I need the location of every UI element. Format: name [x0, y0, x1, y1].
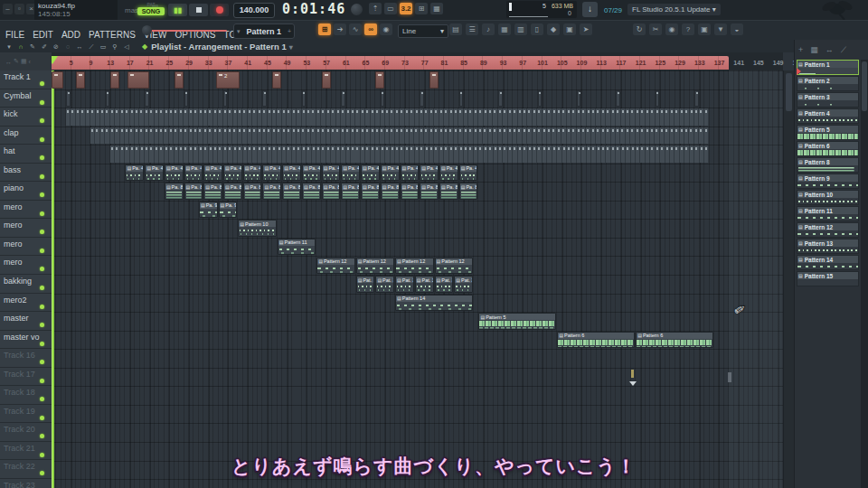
- touch-mode-icon[interactable]: ⇡: [369, 3, 382, 14]
- pattern-menu-icon[interactable]: ▤: [798, 175, 803, 181]
- minimize-button[interactable]: –: [3, 4, 13, 14]
- clip-menu-icon[interactable]: ▤: [264, 184, 269, 190]
- picker-pattern-pattern-5[interactable]: ▤Pattern 5: [797, 125, 859, 140]
- picker-scrollbar[interactable]: [861, 60, 868, 488]
- picker-pattern-pattern-11[interactable]: ▤Pattern 11: [797, 206, 859, 221]
- pattern-cell-clip[interactable]: [656, 90, 659, 108]
- playback-tool-icon[interactable]: ◁: [121, 42, 132, 52]
- pattern-clip[interactable]: ▤Pa. 8: [381, 183, 400, 200]
- pattern-clip[interactable]: ▤Pattern 12: [435, 258, 473, 275]
- clip-menu-icon[interactable]: ▤: [397, 296, 401, 301]
- cut-icon[interactable]: ✂: [649, 23, 662, 35]
- pattern-clip[interactable]: ▤Pattern 11: [278, 239, 316, 256]
- clip-menu-icon[interactable]: ▤: [637, 333, 642, 338]
- audio-clip[interactable]: [375, 71, 384, 89]
- picker-pattern-pattern-1[interactable]: ▤Pattern 1: [797, 60, 859, 75]
- timeline-ruler[interactable]: 5913172125293337414549535761656973778185…: [0, 52, 783, 70]
- track-row-17[interactable]: Track 17: [0, 368, 52, 387]
- master-pitch-slider[interactable]: [142, 28, 227, 33]
- clip-menu-icon[interactable]: ▤: [421, 165, 426, 171]
- clip-menu-icon[interactable]: ▤: [146, 165, 151, 171]
- pattern-clip[interactable]: ▤Pattern 12: [316, 258, 354, 275]
- add-pattern[interactable]: +: [798, 45, 803, 54]
- pattern-clip[interactable]: ▤Pa. 4: [341, 164, 360, 182]
- track-mute-led[interactable]: [40, 230, 44, 234]
- track-mute-led[interactable]: [40, 155, 44, 160]
- multilink-controllers-icon[interactable]: ⊞: [415, 3, 428, 14]
- pattern-clip[interactable]: ▤Pattern 5: [478, 313, 556, 330]
- pattern-clip[interactable]: ▤Pa. 4: [302, 164, 321, 182]
- song-pat-toggle[interactable]: PAT SONG: [137, 2, 165, 15]
- link-controllers-icon[interactable]: ∞: [364, 23, 377, 35]
- mixer-window-icon[interactable]: ☰: [466, 23, 478, 35]
- pattern-cell-clip[interactable]: [223, 90, 227, 108]
- record-button[interactable]: [210, 4, 229, 16]
- pattern-selector-add-icon[interactable]: +: [285, 28, 294, 34]
- pattern-clip[interactable]: ▤Pa. 9: [199, 202, 218, 219]
- clip-menu-icon[interactable]: ▤: [441, 165, 446, 171]
- download-button[interactable]: ↓: [582, 2, 598, 17]
- pattern-selector-dropdown-icon[interactable]: ▾: [234, 28, 243, 35]
- pattern-cell-clip[interactable]: [538, 90, 542, 108]
- track-mute-led[interactable]: [40, 379, 44, 383]
- pattern-menu-icon[interactable]: ▤: [798, 240, 803, 246]
- menu-patterns[interactable]: PATTERNS: [89, 30, 136, 40]
- track-row-19[interactable]: Track 19: [0, 405, 52, 424]
- track-mute-led[interactable]: [40, 81, 44, 86]
- picker-pattern-pattern-15[interactable]: ▤Pattern 15: [797, 271, 859, 286]
- pencil-icon[interactable]: ✎: [14, 58, 19, 65]
- picker-pattern-pattern-14[interactable]: ▤Pattern 14: [797, 255, 859, 270]
- track-row-3[interactable]: kick: [0, 108, 52, 127]
- clip-menu-icon[interactable]: ▤: [245, 165, 250, 171]
- slip-tool-icon[interactable]: ↔: [74, 42, 85, 52]
- pattern-clip[interactable]: ▤Pa. 4: [262, 164, 281, 182]
- track-row-10[interactable]: mero: [0, 238, 52, 257]
- pattern-clip[interactable]: ▤Pa. 8: [401, 183, 420, 200]
- play-pause-button[interactable]: ▮▮: [168, 4, 187, 16]
- menu-add[interactable]: ADD: [61, 30, 80, 40]
- track-row-23[interactable]: Track 23: [0, 479, 52, 488]
- picker-pattern-pattern-12[interactable]: ▤Pattern 12: [797, 222, 859, 238]
- clip-menu-icon[interactable]: ▤: [324, 165, 328, 171]
- track-mute-led[interactable]: [40, 211, 44, 216]
- track-mute-led[interactable]: [40, 416, 44, 420]
- pattern-clip[interactable]: ▤Pa. 8: [341, 183, 360, 200]
- pattern-cell-clip[interactable]: [262, 90, 266, 108]
- track-mute-led[interactable]: [40, 323, 44, 327]
- clip-menu-icon[interactable]: ▤: [225, 165, 230, 171]
- pattern-cell-clip[interactable]: [341, 90, 344, 108]
- piano-roll-icon[interactable]: ♪: [482, 23, 495, 35]
- save-icon[interactable]: ▣: [698, 23, 711, 35]
- clip-menu-icon[interactable]: ▤: [166, 184, 171, 190]
- clip-menu-icon[interactable]: ▤: [127, 165, 131, 171]
- pattern-clip[interactable]: ▤Pa. 8: [439, 183, 458, 200]
- audio-clip[interactable]: [127, 71, 148, 89]
- pattern-clip[interactable]: ▤Pa. 4: [145, 164, 164, 182]
- pattern-clip[interactable]: ▤Pa. 4: [165, 164, 184, 182]
- audio-clip[interactable]: [175, 71, 184, 89]
- delete-tool-icon[interactable]: ⊘: [51, 42, 61, 52]
- playlist-title-arrow[interactable]: ▾: [289, 43, 293, 52]
- pattern-clip[interactable]: ▤Pa. 4: [282, 164, 301, 182]
- pattern-cell-clip[interactable]: [420, 90, 423, 108]
- track-row-20[interactable]: Track 20: [0, 423, 52, 442]
- clip-menu-icon[interactable]: ▤: [186, 165, 191, 171]
- paint-brush-icon[interactable]: ✐: [39, 42, 50, 52]
- pattern-clip[interactable]: ▤Pa. 8: [243, 183, 262, 200]
- track-row-8[interactable]: mero: [0, 201, 52, 220]
- track-row-13[interactable]: mero2: [0, 294, 52, 313]
- pattern-cell-clip[interactable]: [302, 90, 306, 108]
- menu-file[interactable]: FILE: [5, 30, 24, 40]
- clip-menu-icon[interactable]: ▤: [382, 165, 387, 171]
- move-icon[interactable]: ↔: [826, 45, 834, 54]
- pattern-clip[interactable]: ▤Pa. 8: [262, 183, 281, 200]
- clip-menu-icon[interactable]: ▤: [186, 184, 191, 190]
- channel-rack-icon[interactable]: ▤: [449, 23, 462, 35]
- picker-pattern-pattern-8[interactable]: ▤Pattern 8: [797, 157, 859, 173]
- track-row-6[interactable]: bass: [0, 164, 52, 183]
- picker-scroll-thumb[interactable]: [862, 61, 867, 111]
- pattern-clip[interactable]: ▤Pa. 8: [203, 183, 222, 200]
- clip-menu-icon[interactable]: ▤: [456, 277, 460, 283]
- pattern-clip[interactable]: ▤Pattern 6: [557, 332, 635, 349]
- piano-icon[interactable]: ▦: [21, 58, 27, 65]
